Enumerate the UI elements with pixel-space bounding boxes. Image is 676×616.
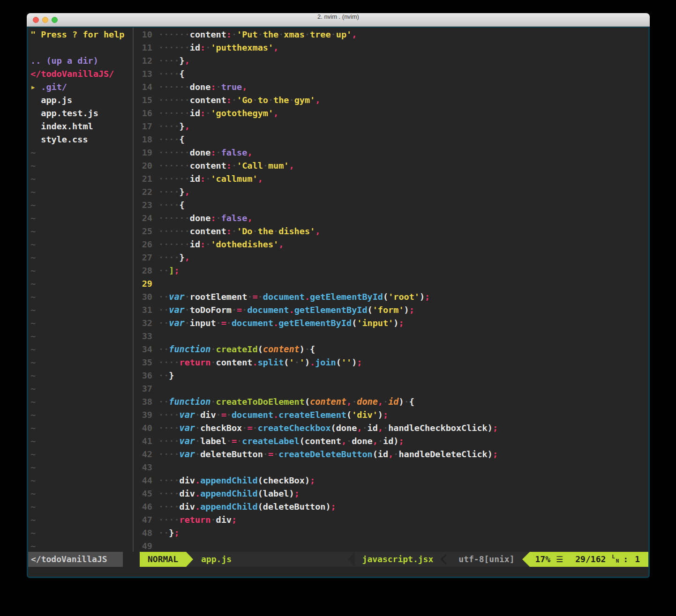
tree-item[interactable]: style.css [28,133,133,146]
empty-line-tilde: ~ [28,343,133,356]
command-line[interactable] [28,567,648,577]
token-p: , [278,239,284,249]
code-line[interactable]: 32··var·input·=·document.getElementById(… [134,317,648,330]
token-t: · [185,318,190,328]
code-line[interactable]: 37 [134,382,648,395]
code-line[interactable]: 15······content:·'Go·to·the·gym', [134,94,648,107]
code-line[interactable]: 48··}; [134,527,648,540]
code-line[interactable]: 23····{ [134,199,648,212]
token-t: ···· [158,423,180,433]
code-line[interactable]: 44····div.appendChild(checkBox); [134,474,648,487]
token-t: · [232,161,237,171]
code-line[interactable]: 21······id:·'callmum', [134,172,648,186]
line-number: 12 [134,54,152,67]
code-line[interactable]: 18····{ [134,133,648,146]
code-line[interactable]: 16······id:·'gotothegym', [134,107,648,120]
token-white: style.css [30,134,88,144]
token-arrow: ▸ [30,82,41,92]
token-t: · [216,318,221,328]
window-title: 2. nvim . (nvim) [27,13,650,20]
code-line[interactable]: 38··function·createToDoElement(content,·… [134,395,648,408]
line-number: 19 [134,146,152,159]
code-line[interactable]: 25······content:·'Do·the·dishes', [134,225,648,238]
code-line[interactable]: 42····var·deleteButton·=·createDeleteBut… [134,448,648,461]
token-w: done [190,82,211,92]
tree-item[interactable]: app.test.js [28,107,133,120]
code-line[interactable]: 13····{ [134,67,648,81]
code-editor-buffer[interactable]: 10······content:·'Put·the·xmas·tree·up',… [134,28,648,552]
code-line[interactable]: 26······id:·'dothedishes', [134,238,648,251]
tree-item[interactable]: </todoVanillaJS/ [28,67,133,81]
code-line[interactable]: 41····var·label·=·createLabel(content,·d… [134,435,648,448]
code-line[interactable]: 12····}, [134,54,648,67]
code-line[interactable]: 19······done:·false, [134,146,648,159]
code-line[interactable]: 35····return·content.split('·').join('')… [134,356,648,369]
close-button[interactable] [33,17,39,23]
window-titlebar[interactable]: 2. nvim . (nvim) [27,13,650,27]
token-p: : [226,30,232,39]
tree-item[interactable]: ▸ .git/ [28,81,133,94]
tree-item[interactable]: " Press ? for help [28,28,133,41]
tree-item[interactable]: app.js [28,94,133,107]
line-code: ······done:·true, [158,82,247,92]
token-w: ) [305,475,310,485]
code-line[interactable]: 46····div.appendChild(deleteButton); [134,500,648,513]
token-w: ) [305,357,310,367]
code-line[interactable]: 22····}, [134,186,648,199]
line-number: 11 [134,41,152,54]
token-w: ( [305,397,310,407]
code-line[interactable]: 47····return·div; [134,513,648,527]
code-line[interactable]: 24······done:·false, [134,212,648,225]
code-line[interactable]: 40····var·checkBox·=·createCheckbox(done… [134,422,648,435]
token-t: ···· [158,489,180,498]
token-p: : [200,43,205,52]
token-p: : [226,95,232,105]
token-t: ······ [158,82,190,92]
code-line[interactable]: 20······content:·'Call·mum', [134,159,648,172]
line-number: 14 [134,81,152,94]
token-p: ; [331,502,336,512]
token-w: id [378,449,388,459]
code-line[interactable]: 27····}, [134,251,648,264]
token-p: . [195,502,200,512]
code-line[interactable]: 30··var·rootElement·=·document.getElemen… [134,290,648,304]
token-p: , [315,226,320,236]
code-line[interactable]: 29 [134,277,648,290]
code-line[interactable]: 31··var·toDoForm·=·document.getElementBy… [134,304,648,317]
line-number: 25 [134,225,152,238]
code-line[interactable]: 28··]; [134,264,648,277]
minimize-button[interactable] [42,17,48,23]
line-number: 15 [134,94,152,107]
nerdtree-file-explorer[interactable]: " Press ? for help.. (up a dir)</todoVan… [28,28,133,552]
code-line[interactable]: 33 [134,330,648,343]
code-line[interactable]: 17····}, [134,120,648,133]
token-t: · [216,148,221,157]
code-line[interactable]: 45····div.appendChild(label); [134,487,648,500]
token-t: · [226,410,232,420]
code-line[interactable]: 11······id:·'putthexmas', [134,41,648,54]
token-t: · [232,95,237,105]
zoom-button[interactable] [52,17,58,23]
token-yellow: " Press ? for help [30,30,124,39]
line-code: ····}, [158,56,190,66]
code-line[interactable]: 14······done:·true, [134,81,648,94]
tree-item[interactable]: .. (up a dir) [28,54,133,67]
token-w: ) [325,502,330,512]
token-p: ; [398,436,404,446]
token-t: ···· [158,449,180,459]
code-line[interactable]: 34··function·createId(content)·{ [134,343,648,356]
token-t: ···· [158,56,180,66]
code-line[interactable]: 10······content:·'Put·the·xmas·tree·up', [134,28,648,41]
code-line[interactable]: 49 [134,540,648,552]
code-line[interactable]: 39····var·div·=·document.createElement('… [134,408,648,422]
token-kb: var [169,305,184,315]
token-t: ·· [158,344,169,354]
tree-blank-line [28,41,133,54]
token-w: { [180,69,185,79]
token-y: 'Do·the·dishes' [237,226,315,236]
code-line[interactable]: 43 [134,461,648,474]
token-t: ······ [158,161,190,171]
tree-item[interactable]: index.html [28,120,133,133]
line-number: 26 [134,238,152,251]
code-line[interactable]: 36··} [134,369,648,382]
